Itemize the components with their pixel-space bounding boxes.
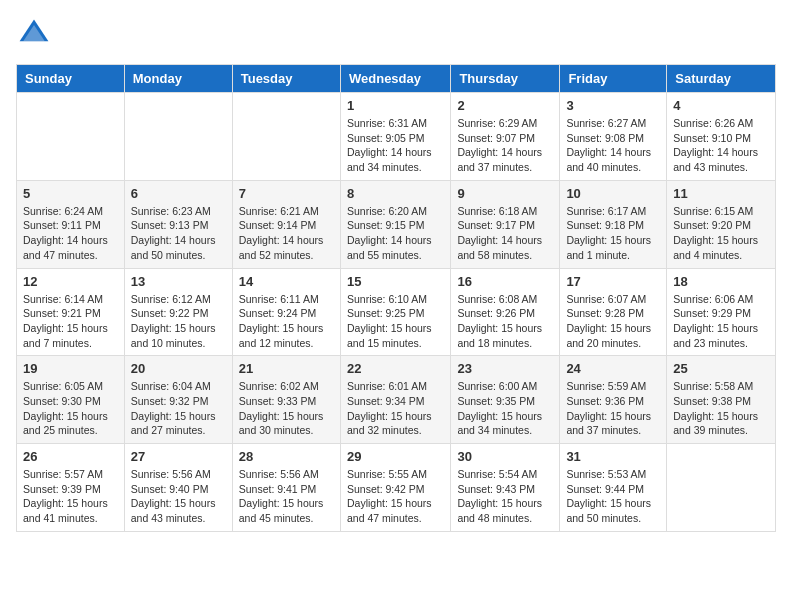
calendar-day: 26Sunrise: 5:57 AM Sunset: 9:39 PM Dayli… (17, 444, 125, 532)
day-number: 23 (457, 361, 553, 376)
day-number: 15 (347, 274, 444, 289)
calendar-day: 15Sunrise: 6:10 AM Sunset: 9:25 PM Dayli… (340, 268, 450, 356)
day-number: 10 (566, 186, 660, 201)
day-number: 26 (23, 449, 118, 464)
weekday-header: Sunday (17, 65, 125, 93)
calendar-day: 9Sunrise: 6:18 AM Sunset: 9:17 PM Daylig… (451, 180, 560, 268)
weekday-header: Tuesday (232, 65, 340, 93)
day-info: Sunrise: 6:04 AM Sunset: 9:32 PM Dayligh… (131, 379, 226, 438)
calendar-header: SundayMondayTuesdayWednesdayThursdayFrid… (17, 65, 776, 93)
calendar-day (17, 93, 125, 181)
day-number: 21 (239, 361, 334, 376)
weekday-header: Wednesday (340, 65, 450, 93)
day-number: 6 (131, 186, 226, 201)
day-number: 31 (566, 449, 660, 464)
calendar-day: 25Sunrise: 5:58 AM Sunset: 9:38 PM Dayli… (667, 356, 776, 444)
calendar-day: 3Sunrise: 6:27 AM Sunset: 9:08 PM Daylig… (560, 93, 667, 181)
day-info: Sunrise: 6:17 AM Sunset: 9:18 PM Dayligh… (566, 204, 660, 263)
calendar-day: 29Sunrise: 5:55 AM Sunset: 9:42 PM Dayli… (340, 444, 450, 532)
day-number: 1 (347, 98, 444, 113)
calendar-day: 16Sunrise: 6:08 AM Sunset: 9:26 PM Dayli… (451, 268, 560, 356)
day-info: Sunrise: 5:59 AM Sunset: 9:36 PM Dayligh… (566, 379, 660, 438)
day-info: Sunrise: 5:56 AM Sunset: 9:40 PM Dayligh… (131, 467, 226, 526)
day-info: Sunrise: 6:20 AM Sunset: 9:15 PM Dayligh… (347, 204, 444, 263)
day-info: Sunrise: 5:53 AM Sunset: 9:44 PM Dayligh… (566, 467, 660, 526)
day-info: Sunrise: 6:01 AM Sunset: 9:34 PM Dayligh… (347, 379, 444, 438)
calendar-day: 2Sunrise: 6:29 AM Sunset: 9:07 PM Daylig… (451, 93, 560, 181)
weekday-header: Thursday (451, 65, 560, 93)
day-number: 18 (673, 274, 769, 289)
calendar-day (667, 444, 776, 532)
calendar-day: 22Sunrise: 6:01 AM Sunset: 9:34 PM Dayli… (340, 356, 450, 444)
day-info: Sunrise: 5:58 AM Sunset: 9:38 PM Dayligh… (673, 379, 769, 438)
day-number: 13 (131, 274, 226, 289)
calendar-body: 1Sunrise: 6:31 AM Sunset: 9:05 PM Daylig… (17, 93, 776, 532)
day-number: 25 (673, 361, 769, 376)
day-number: 30 (457, 449, 553, 464)
day-info: Sunrise: 6:12 AM Sunset: 9:22 PM Dayligh… (131, 292, 226, 351)
calendar-day: 7Sunrise: 6:21 AM Sunset: 9:14 PM Daylig… (232, 180, 340, 268)
day-number: 14 (239, 274, 334, 289)
calendar-day: 24Sunrise: 5:59 AM Sunset: 9:36 PM Dayli… (560, 356, 667, 444)
day-info: Sunrise: 5:55 AM Sunset: 9:42 PM Dayligh… (347, 467, 444, 526)
calendar-week-row: 19Sunrise: 6:05 AM Sunset: 9:30 PM Dayli… (17, 356, 776, 444)
day-number: 12 (23, 274, 118, 289)
day-info: Sunrise: 6:10 AM Sunset: 9:25 PM Dayligh… (347, 292, 444, 351)
day-info: Sunrise: 6:27 AM Sunset: 9:08 PM Dayligh… (566, 116, 660, 175)
day-info: Sunrise: 6:23 AM Sunset: 9:13 PM Dayligh… (131, 204, 226, 263)
day-info: Sunrise: 6:05 AM Sunset: 9:30 PM Dayligh… (23, 379, 118, 438)
day-info: Sunrise: 6:02 AM Sunset: 9:33 PM Dayligh… (239, 379, 334, 438)
calendar-week-row: 5Sunrise: 6:24 AM Sunset: 9:11 PM Daylig… (17, 180, 776, 268)
calendar-day: 31Sunrise: 5:53 AM Sunset: 9:44 PM Dayli… (560, 444, 667, 532)
calendar-day: 19Sunrise: 6:05 AM Sunset: 9:30 PM Dayli… (17, 356, 125, 444)
day-info: Sunrise: 6:15 AM Sunset: 9:20 PM Dayligh… (673, 204, 769, 263)
day-number: 22 (347, 361, 444, 376)
calendar-day: 13Sunrise: 6:12 AM Sunset: 9:22 PM Dayli… (124, 268, 232, 356)
weekday-header: Monday (124, 65, 232, 93)
day-info: Sunrise: 6:00 AM Sunset: 9:35 PM Dayligh… (457, 379, 553, 438)
day-info: Sunrise: 6:29 AM Sunset: 9:07 PM Dayligh… (457, 116, 553, 175)
calendar-day: 18Sunrise: 6:06 AM Sunset: 9:29 PM Dayli… (667, 268, 776, 356)
calendar-day (232, 93, 340, 181)
calendar-day: 20Sunrise: 6:04 AM Sunset: 9:32 PM Dayli… (124, 356, 232, 444)
day-number: 19 (23, 361, 118, 376)
day-info: Sunrise: 6:08 AM Sunset: 9:26 PM Dayligh… (457, 292, 553, 351)
calendar-day: 8Sunrise: 6:20 AM Sunset: 9:15 PM Daylig… (340, 180, 450, 268)
logo-icon (16, 16, 52, 52)
calendar-day: 5Sunrise: 6:24 AM Sunset: 9:11 PM Daylig… (17, 180, 125, 268)
calendar-day: 12Sunrise: 6:14 AM Sunset: 9:21 PM Dayli… (17, 268, 125, 356)
calendar-week-row: 26Sunrise: 5:57 AM Sunset: 9:39 PM Dayli… (17, 444, 776, 532)
day-info: Sunrise: 6:21 AM Sunset: 9:14 PM Dayligh… (239, 204, 334, 263)
calendar-day: 21Sunrise: 6:02 AM Sunset: 9:33 PM Dayli… (232, 356, 340, 444)
day-number: 8 (347, 186, 444, 201)
calendar-day: 27Sunrise: 5:56 AM Sunset: 9:40 PM Dayli… (124, 444, 232, 532)
calendar-day: 4Sunrise: 6:26 AM Sunset: 9:10 PM Daylig… (667, 93, 776, 181)
day-number: 11 (673, 186, 769, 201)
day-info: Sunrise: 6:31 AM Sunset: 9:05 PM Dayligh… (347, 116, 444, 175)
day-info: Sunrise: 5:56 AM Sunset: 9:41 PM Dayligh… (239, 467, 334, 526)
calendar-day: 6Sunrise: 6:23 AM Sunset: 9:13 PM Daylig… (124, 180, 232, 268)
day-number: 20 (131, 361, 226, 376)
day-number: 7 (239, 186, 334, 201)
day-info: Sunrise: 5:54 AM Sunset: 9:43 PM Dayligh… (457, 467, 553, 526)
calendar-day: 1Sunrise: 6:31 AM Sunset: 9:05 PM Daylig… (340, 93, 450, 181)
logo (16, 16, 56, 52)
day-info: Sunrise: 6:06 AM Sunset: 9:29 PM Dayligh… (673, 292, 769, 351)
calendar-day (124, 93, 232, 181)
day-info: Sunrise: 6:18 AM Sunset: 9:17 PM Dayligh… (457, 204, 553, 263)
day-number: 24 (566, 361, 660, 376)
day-number: 16 (457, 274, 553, 289)
day-number: 5 (23, 186, 118, 201)
day-info: Sunrise: 6:07 AM Sunset: 9:28 PM Dayligh… (566, 292, 660, 351)
calendar-day: 11Sunrise: 6:15 AM Sunset: 9:20 PM Dayli… (667, 180, 776, 268)
calendar-table: SundayMondayTuesdayWednesdayThursdayFrid… (16, 64, 776, 532)
day-info: Sunrise: 5:57 AM Sunset: 9:39 PM Dayligh… (23, 467, 118, 526)
day-number: 2 (457, 98, 553, 113)
day-number: 3 (566, 98, 660, 113)
page-header (16, 16, 776, 52)
calendar-day: 10Sunrise: 6:17 AM Sunset: 9:18 PM Dayli… (560, 180, 667, 268)
day-number: 17 (566, 274, 660, 289)
calendar-week-row: 12Sunrise: 6:14 AM Sunset: 9:21 PM Dayli… (17, 268, 776, 356)
calendar-day: 17Sunrise: 6:07 AM Sunset: 9:28 PM Dayli… (560, 268, 667, 356)
day-info: Sunrise: 6:24 AM Sunset: 9:11 PM Dayligh… (23, 204, 118, 263)
